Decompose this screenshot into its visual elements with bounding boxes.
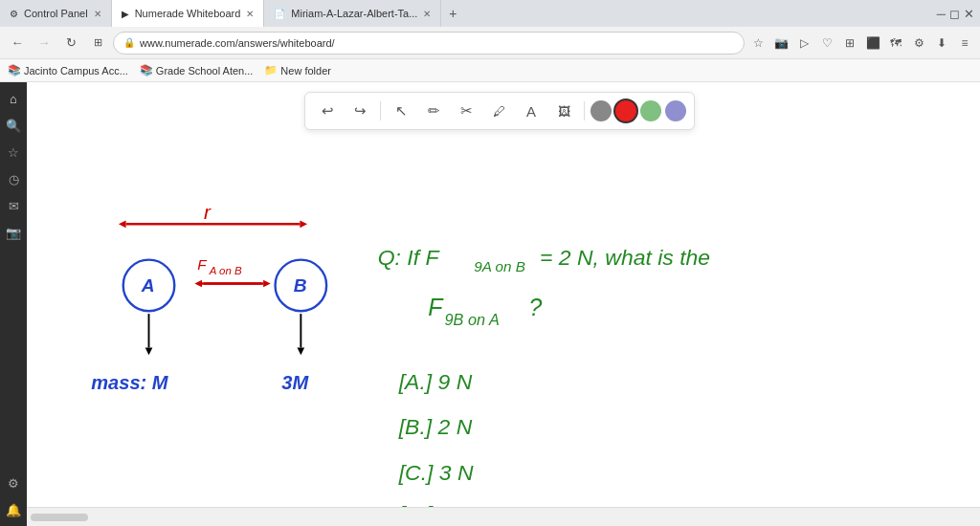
svg-text:3M: 3M [281, 372, 309, 393]
main-content: ↩ ↪ ↖ ✏ ✂ 🖊 A 🖼 r F A on B A [27, 82, 972, 507]
tab-label-miriam: Miriam-A-Lazar-Albert-Ta... [291, 8, 417, 19]
sidebar-icon-search[interactable]: 🔍 [3, 115, 24, 136]
address-box[interactable]: 🔒 www.numerade.com/answers/whiteboard/ [113, 32, 745, 55]
browser-toolbar-icons: ☆ 📷 ▷ ♡ ⊞ ⬛ 🗺 ⚙ ⬇ ≡ [748, 33, 974, 53]
svg-marker-8 [194, 280, 202, 288]
svg-text:F: F [428, 294, 444, 320]
maps-icon[interactable]: 🗺 [886, 33, 905, 53]
svg-text:F: F [197, 256, 208, 273]
camera-icon[interactable]: 📷 [771, 33, 791, 53]
svg-text:A: A [141, 275, 155, 296]
reload-button[interactable]: ↻ [59, 32, 82, 55]
tab-icon-numerade: ▶ [122, 9, 129, 19]
bookmark-new-folder[interactable]: 📁 New folder [264, 64, 331, 77]
settings-icon[interactable]: ⚙ [909, 33, 928, 53]
svg-text:?: ? [529, 294, 543, 320]
bottom-scrollbar[interactable] [27, 507, 980, 526]
tab-label-control-panel: Control Panel [24, 8, 88, 19]
new-tab-button[interactable]: + [441, 0, 464, 27]
tab-icon-miriam: 📄 [274, 9, 285, 19]
grid-icon[interactable]: ⊞ [840, 33, 859, 53]
minimize-button[interactable]: ─ [937, 7, 946, 21]
svg-text:[B.]  2 N: [B.] 2 N [398, 414, 473, 439]
sidebar-icon-notifications[interactable]: 🔔 [3, 499, 24, 520]
tab-close-miriam[interactable]: ✕ [423, 9, 431, 19]
svg-marker-1 [119, 220, 126, 228]
svg-text:B: B [294, 275, 307, 296]
star-icon[interactable]: ☆ [748, 33, 768, 53]
svg-text:Q: If  F: Q: If F [378, 245, 441, 270]
svg-marker-18 [298, 348, 305, 356]
address-text: www.numerade.com/answers/whiteboard/ [140, 37, 335, 49]
sidebar-icon-home[interactable]: ⌂ [3, 88, 24, 109]
lock-icon: 🔒 [123, 37, 135, 48]
svg-marker-5 [263, 280, 271, 288]
tab-control-panel[interactable]: ⚙ Control Panel ✕ [0, 0, 112, 27]
heart-icon[interactable]: ♡ [817, 33, 836, 53]
menu-icon[interactable]: ≡ [955, 33, 974, 53]
svg-text:9A on B: 9A on B [474, 258, 525, 274]
restore-button[interactable]: ◻ [949, 7, 960, 21]
play-icon[interactable]: ▷ [794, 33, 813, 53]
svg-text:A on B: A on B [209, 265, 242, 276]
sidebar-icon-settings[interactable]: ⚙ [3, 472, 24, 493]
scrollbar-thumb[interactable] [31, 514, 88, 521]
svg-text:r: r [204, 201, 212, 223]
tab-numerade[interactable]: ▶ Numerade Whiteboard ✕ [112, 0, 265, 27]
svg-text:= 2 N,  what  is  the: = 2 N, what is the [540, 245, 710, 270]
folder-icon: 📁 [264, 64, 278, 77]
bookmark-icon-jacinto: 📚 [8, 64, 21, 77]
sidebar-icon-history[interactable]: ◷ [3, 168, 24, 189]
sidebar: ⌂ 🔍 ☆ ◷ ✉ 📷 ⚙ 🔔 [0, 82, 27, 526]
bookmark-label-grade-school: Grade School Aten... [156, 65, 254, 77]
address-bar-row: ← → ↻ ⊞ 🔒 www.numerade.com/answers/white… [0, 27, 980, 59]
tab-label-numerade: Numerade Whiteboard [135, 8, 241, 19]
svg-text:9B on A: 9B on A [445, 311, 500, 328]
whiteboard-svg: r F A on B A B mass: M 3M Q: If F 9A on … [27, 82, 972, 507]
sidebar-icon-instagram[interactable]: 📷 [3, 222, 24, 243]
tab-miriam[interactable]: 📄 Miriam-A-Lazar-Albert-Ta... ✕ [264, 0, 441, 27]
bookmarks-bar: 📚 Jacinto Campus Acc... 📚 Grade School A… [0, 59, 980, 82]
svg-marker-2 [300, 220, 307, 228]
download-icon[interactable]: ⬇ [932, 33, 951, 53]
screenshot-icon[interactable]: ⬛ [863, 33, 882, 53]
svg-marker-16 [145, 348, 153, 356]
forward-button[interactable]: → [33, 32, 56, 55]
svg-text:[C.]  3 N: [C.] 3 N [398, 460, 474, 485]
bookmark-grade-school[interactable]: 📚 Grade School Aten... [140, 64, 254, 77]
bookmark-icon-grade-school: 📚 [140, 64, 153, 77]
bookmark-jacinto[interactable]: 📚 Jacinto Campus Acc... [8, 64, 128, 77]
svg-text:[A.]  9 N: [A.] 9 N [398, 369, 473, 394]
bookmark-label-new-folder: New folder [280, 65, 331, 77]
sidebar-icon-messages[interactable]: ✉ [3, 195, 24, 216]
bookmark-label-jacinto: Jacinto Campus Acc... [24, 65, 128, 77]
tab-icon-control-panel: ⚙ [10, 9, 18, 19]
tab-close-numerade[interactable]: ✕ [246, 9, 254, 19]
extensions-button[interactable]: ⊞ [86, 32, 109, 55]
svg-text:mass: M: mass: M [91, 372, 169, 393]
tab-bar: ⚙ Control Panel ✕ ▶ Numerade Whiteboard … [0, 0, 980, 27]
back-button[interactable]: ← [6, 32, 29, 55]
tab-close-control-panel[interactable]: ✕ [94, 9, 101, 19]
close-button[interactable]: ✕ [964, 7, 974, 21]
sidebar-icon-favorites[interactable]: ☆ [3, 142, 24, 163]
